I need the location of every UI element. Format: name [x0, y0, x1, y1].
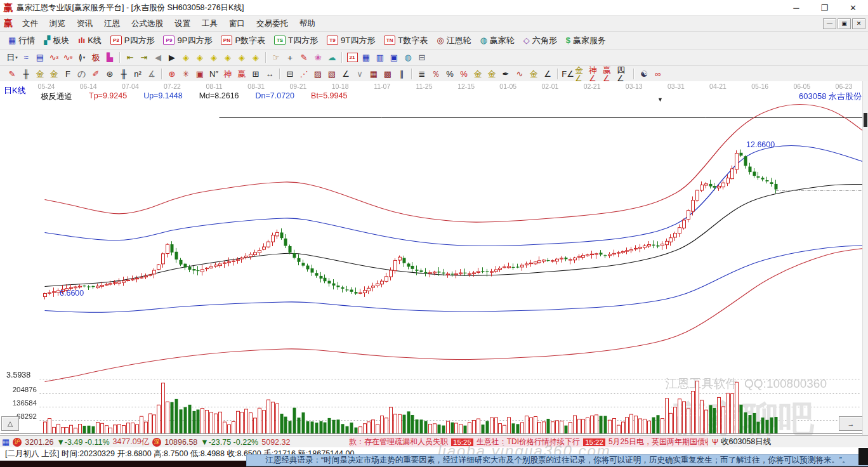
angle-le-icon[interactable]: ∠ [541, 68, 555, 81]
scroll-right-button[interactable]: → [839, 416, 863, 431]
vertical-scrollbar[interactable] [862, 81, 868, 435]
mini-chart-3-icon[interactable]: ∿3 [47, 51, 61, 64]
tb1-kline[interactable]: ılıK线 [74, 35, 106, 46]
diamond-right-icon[interactable]: ◈ [193, 51, 207, 64]
n-wave-icon[interactable]: Ν″ [207, 68, 221, 81]
period-day-icon[interactable]: 日▾ [5, 51, 19, 64]
ruler-123-icon[interactable]: ⊞ [249, 68, 263, 81]
angle-lines-icon[interactable]: ∠ [339, 68, 353, 81]
flower-icon[interactable]: ❀ [311, 51, 325, 64]
step-next-icon[interactable]: ▶ [165, 51, 179, 64]
quotes-grid-icon[interactable]: ▦ [2, 437, 10, 447]
infinity-icon[interactable]: ∞ [651, 68, 665, 81]
parallel-lines-icon[interactable]: ∥ [395, 68, 409, 81]
restore-button[interactable]: ❐ [820, 3, 828, 13]
cloud-icon[interactable]: ☁ [325, 51, 339, 64]
jifan-channel-icon[interactable]: 极 [89, 51, 103, 64]
box-target-icon[interactable]: ▣ [193, 68, 207, 81]
draw-pen-icon[interactable]: ✎ [5, 68, 19, 81]
spiral-icon[interactable]: の [75, 68, 89, 81]
mark-pen-icon[interactable]: ✎ [297, 51, 311, 64]
percent-icon[interactable]: % [443, 68, 457, 81]
calculator-icon[interactable]: ▦ [359, 51, 373, 64]
stats-globe-icon[interactable]: ◍ [401, 51, 415, 64]
tb1-p9-square[interactable]: P99P四方形 [159, 35, 216, 46]
fan-red-icon[interactable]: ⋰ [297, 68, 311, 81]
tb1-t-number[interactable]: TNT数字表 [379, 35, 432, 46]
frame-tool-icon[interactable]: ⊟ [283, 68, 297, 81]
menu-item-窗口[interactable]: 窗口 [223, 18, 251, 29]
goto-start-icon[interactable]: ⇤ [123, 51, 137, 64]
tb1-p-square[interactable]: P3P四方形 [106, 35, 159, 46]
gann-grid-icon[interactable]: ╫ [19, 68, 33, 81]
diamond-plus-icon[interactable]: ◈ [235, 51, 249, 64]
menu-item-帮助[interactable]: 帮助 [294, 18, 321, 29]
tb1-gann-wheel[interactable]: ◎江恩轮 [432, 35, 475, 46]
tb1-t9-square[interactable]: T99T四方形 [322, 35, 379, 46]
close-button[interactable]: ✕ [850, 3, 857, 13]
export-print-icon[interactable]: ⊟ [415, 51, 429, 64]
mini-chart-9-icon[interactable]: ∿9 [61, 51, 75, 64]
mirror-angle-icon[interactable]: ∡ [145, 68, 159, 81]
ying-angle-icon[interactable]: 赢∠ [603, 68, 617, 81]
ink-pen-icon[interactable]: ✒ [499, 68, 513, 81]
save-icon[interactable]: ▣ [387, 51, 401, 64]
f-grid-icon[interactable]: F [61, 68, 75, 81]
scrollbar-thumb[interactable] [864, 113, 867, 127]
gold-circle-icon[interactable]: 金 [471, 68, 485, 81]
diamond-x-icon[interactable]: ◈ [221, 51, 235, 64]
candle-style-icon[interactable]: ≬▾ [75, 51, 89, 64]
star-target-icon[interactable]: ✳ [179, 68, 193, 81]
tb1-t-square[interactable]: TST四方形 [270, 35, 322, 46]
taiji-icon[interactable]: ☯ [637, 68, 651, 81]
gann-circle-icon[interactable]: ⊛ [103, 68, 117, 81]
tb1-quotes[interactable]: ▦行情 [4, 35, 39, 46]
hand-icon[interactable]: ☞ [269, 51, 283, 64]
menu-item-江恩[interactable]: 江恩 [98, 18, 126, 29]
shen-angle-icon[interactable]: 神∠ [589, 68, 603, 81]
f-angle-icon[interactable]: F∠ [561, 68, 575, 81]
grid-lines-icon[interactable]: ╫ [117, 68, 131, 81]
fan-box-1-icon[interactable]: ▨ [311, 68, 325, 81]
crosshair-icon[interactable]: ＋ [283, 51, 297, 64]
menu-item-工具[interactable]: 工具 [196, 18, 223, 29]
gold-angle-icon[interactable]: 金∠ [575, 68, 589, 81]
grid-red-1-icon[interactable]: ▦ [367, 68, 381, 81]
fan-box-2-icon[interactable]: ▧ [325, 68, 339, 81]
diamond-star-icon[interactable]: ◈ [249, 51, 263, 64]
ying-grid-icon[interactable]: 赢 [235, 68, 249, 81]
collapse-panel-button[interactable]: △ [1, 416, 19, 431]
gold-grid-1-icon[interactable]: 金 [33, 68, 47, 81]
color-chart-icon[interactable]: ▙ [103, 51, 117, 64]
diamond-h-icon[interactable]: ◈ [207, 51, 221, 64]
gold-lines-icon[interactable]: 金 [485, 68, 499, 81]
percent-red-icon[interactable]: % [457, 68, 471, 81]
calendar-21-icon[interactable]: 21 [345, 51, 359, 64]
tb1-winner-service[interactable]: $赢家服务 [562, 35, 610, 46]
span-arrow-icon[interactable]: ↔ [263, 68, 277, 81]
target-red-icon[interactable]: ⊕ [165, 68, 179, 81]
tb1-hexagon[interactable]: ◇六角形 [519, 35, 562, 46]
shen-grid-icon[interactable]: 神 [221, 68, 235, 81]
list-percent-icon[interactable]: ≣ [415, 68, 429, 81]
child-close-button[interactable]: ✕ [852, 18, 865, 29]
grid-red-2-icon[interactable]: ▩ [381, 68, 395, 81]
goto-end-icon[interactable]: ⇥ [137, 51, 151, 64]
menu-item-设置[interactable]: 设置 [169, 18, 196, 29]
menu-item-公式选股[interactable]: 公式选股 [126, 18, 169, 29]
kline-chart-canvas[interactable] [0, 81, 868, 435]
wave-red-icon[interactable]: ∿ [513, 68, 527, 81]
child-minimize-button[interactable]: — [823, 18, 836, 29]
child-restore-button[interactable]: ▣ [838, 18, 851, 29]
brush-icon[interactable]: ✐ [89, 68, 103, 81]
menu-item-资讯[interactable]: 资讯 [71, 18, 98, 29]
chart-pane[interactable]: 05-2406-1407-0407-2208-1108-3109-2110-18… [0, 81, 868, 435]
diamond-left-icon[interactable]: ◈ [179, 51, 193, 64]
menu-item-浏览[interactable]: 浏览 [44, 18, 71, 29]
minimize-button[interactable]: ─ [793, 3, 799, 13]
menu-item-文件[interactable]: 文件 [16, 18, 44, 29]
step-prev-icon[interactable]: ◀ [151, 51, 165, 64]
memo-icon[interactable]: ▥ [373, 51, 387, 64]
menu-item-交易委托[interactable]: 交易委托 [251, 18, 294, 29]
percent-line-icon[interactable]: ％ [429, 68, 443, 81]
